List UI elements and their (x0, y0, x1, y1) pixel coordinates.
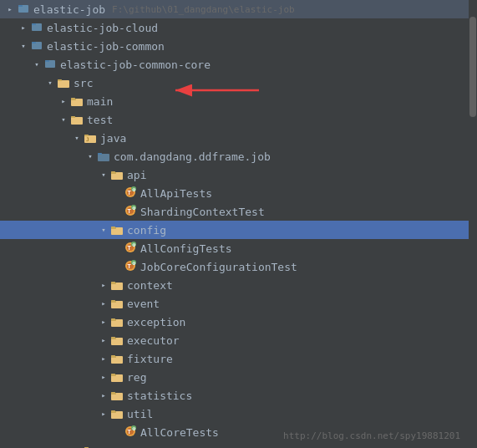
tree-item-event[interactable]: event (0, 294, 477, 313)
svg-rect-54 (111, 318, 115, 320)
tree-arrow[interactable] (57, 94, 70, 108)
tree-item-label: test (87, 114, 113, 126)
folder-res-icon (84, 444, 100, 449)
scrollbar-thumb[interactable] (469, 17, 476, 117)
folder-icon (110, 297, 127, 311)
testclass-icon: T ⚙ (124, 259, 140, 274)
tree-arrow[interactable] (84, 150, 97, 163)
tree-item-label: event (127, 298, 160, 310)
tree-item-statistics[interactable]: statistics (0, 386, 477, 405)
scrollbar[interactable] (469, 0, 477, 448)
tree-item-main[interactable]: main (0, 92, 477, 110)
tree-arrow[interactable] (17, 39, 30, 53)
tree-item-elastic-job-common-core[interactable]: elastic-job-common-core (0, 55, 477, 74)
watermark: http://blog.csdn.net/spy19881201 (283, 430, 460, 441)
folder-java-icon: J (84, 131, 100, 145)
svg-rect-9 (58, 79, 62, 81)
tree-item-executor[interactable]: executor (0, 331, 477, 349)
svg-rect-63 (111, 374, 115, 375)
tree-arrow[interactable] (97, 389, 110, 402)
tree-arrow[interactable] (57, 113, 70, 126)
tree-item-label: exception (127, 316, 185, 328)
tree-arrow[interactable] (97, 297, 110, 310)
svg-rect-48 (111, 282, 115, 283)
svg-rect-3 (32, 23, 36, 25)
tree-item-context[interactable]: context (0, 276, 477, 294)
tree-item-elastic-job-cloud[interactable]: elastic-job-cloud (0, 18, 477, 37)
tree-item-label: executor (127, 334, 180, 347)
tree-item-label: statistics (127, 389, 192, 402)
tree-item-label: com.dangdang.ddframe.job (114, 150, 271, 163)
svg-rect-57 (111, 337, 115, 339)
svg-rect-18 (98, 154, 109, 161)
tree-item-label: util (127, 408, 153, 420)
module-icon (43, 57, 60, 72)
tree-arrow[interactable] (70, 131, 84, 145)
tree-item-label: reg (127, 371, 146, 384)
tree-item-api[interactable]: api (0, 165, 477, 184)
tree-item-label: ShardingContextTest (140, 206, 265, 218)
folder-icon (110, 278, 127, 293)
svg-rect-5 (32, 42, 36, 43)
svg-rect-12 (71, 98, 75, 99)
svg-rect-66 (111, 392, 115, 394)
tree-arrow[interactable] (97, 352, 110, 365)
folder-src-icon (57, 76, 74, 90)
tree-item-label: src (74, 77, 93, 89)
testclass-icon: T ⚙ (124, 241, 140, 256)
tree-item-jobcoreconfigurationtest[interactable]: T ⚙ JobCoreConfigurationTest (0, 257, 477, 276)
tree-arrow[interactable] (97, 370, 110, 384)
tree-item-java[interactable]: J java (0, 129, 477, 147)
tree-item-label: fixture (127, 353, 173, 365)
tree-item-config[interactable]: config (0, 221, 477, 239)
tree-item-label: AllApiTests (140, 187, 212, 200)
svg-rect-22 (111, 171, 115, 173)
tree-arrow[interactable] (97, 315, 110, 328)
tree-item-reg[interactable]: reg (0, 368, 477, 386)
tree-item-resources[interactable]: resources (0, 441, 477, 448)
tree-item-label: elastic-job-common-core (60, 59, 211, 71)
tree-item-util[interactable]: util (0, 405, 477, 423)
tree-arrow[interactable] (97, 333, 110, 347)
folder-icon (110, 352, 127, 366)
tree-arrow[interactable] (30, 58, 43, 71)
tree-arrow[interactable] (97, 223, 110, 237)
tree-item-shardingcontexttest[interactable]: T ⚙ ShardingContextTest (0, 202, 477, 221)
module-icon (30, 38, 47, 53)
module-icon (30, 20, 47, 35)
svg-rect-19 (98, 153, 102, 155)
tree-arrow[interactable] (3, 3, 17, 16)
tree-item-label: AllConfigTests (140, 242, 232, 255)
tree-arrow[interactable] (97, 168, 110, 181)
tree-item-fixture[interactable]: fixture (0, 349, 477, 368)
tree-item-allapitests[interactable]: T ⚙ AllApiTests (0, 184, 477, 202)
tree-item-label: elastic-job (33, 3, 105, 16)
tree-arrow[interactable] (97, 278, 110, 292)
folder-test-icon (70, 113, 87, 127)
folder-icon (70, 94, 87, 109)
tree-arrow[interactable] (97, 407, 110, 420)
svg-rect-13 (71, 117, 83, 125)
folder-icon (110, 168, 127, 182)
tree-arrow[interactable] (70, 444, 84, 448)
tree-item-test[interactable]: test (0, 110, 477, 129)
svg-rect-1 (18, 5, 23, 7)
tree-item-exception[interactable]: exception (0, 313, 477, 331)
testclass-icon: T ⚙ (124, 204, 140, 219)
tree-item-src[interactable]: src (0, 74, 477, 92)
folder-icon (110, 315, 127, 329)
testclass-icon: T ⚙ (124, 425, 140, 440)
tree-item-elastic-job-common[interactable]: elastic-job-common (0, 37, 477, 55)
tree-item-label: JobCoreConfigurationTest (140, 261, 297, 273)
folder-icon (110, 333, 127, 348)
tree-arrow[interactable] (43, 76, 57, 89)
tree-item-label: context (127, 279, 173, 292)
svg-rect-8 (58, 80, 69, 88)
tree-item-allconfigtests[interactable]: T ⚙ AllConfigTests (0, 239, 477, 257)
tree-arrow[interactable] (17, 21, 30, 34)
tree-item-elastic-job[interactable]: elastic-jobF:\github\01_dangdang\elastic… (0, 0, 477, 18)
file-tree[interactable]: elastic-jobF:\github\01_dangdang\elastic… (0, 0, 477, 448)
tree-item-label: java (100, 132, 126, 145)
tree-item-com-dangdang-ddframe-job[interactable]: com.dangdang.ddframe.job (0, 147, 477, 165)
tree-item-label: AllCoreTests (140, 426, 219, 439)
